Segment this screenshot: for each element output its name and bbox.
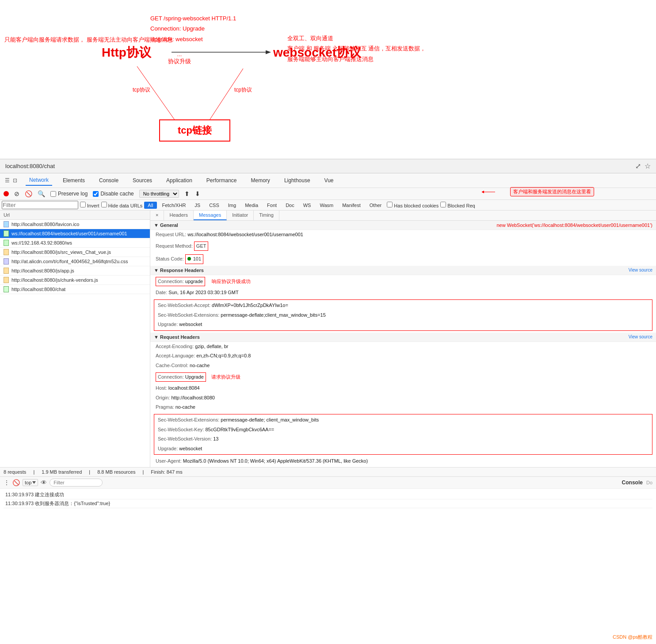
annotation-arrow bbox=[482, 188, 508, 196]
invert-label[interactable]: Invert bbox=[80, 202, 99, 208]
download-icon: ⬇ bbox=[195, 190, 200, 197]
console-clear-icon[interactable]: 🚫 bbox=[12, 479, 20, 486]
blocked-req-checkbox[interactable] bbox=[440, 202, 446, 207]
tab-timing[interactable]: Timing bbox=[254, 211, 279, 220]
list-item[interactable]: http://at.alicdn.com/t/c/font_4004562_b4… bbox=[0, 257, 150, 266]
filter-ws[interactable]: WS bbox=[300, 202, 315, 209]
clear-button[interactable]: 🚫 bbox=[25, 190, 32, 197]
resp-connection-boxed: Connection: upgrade bbox=[156, 277, 205, 287]
filter-fetch-xhr[interactable]: Fetch/XHR bbox=[159, 202, 190, 209]
tab-lighthouse[interactable]: Lighthouse bbox=[281, 176, 314, 185]
js-icon-2 bbox=[4, 268, 9, 274]
stop-button[interactable]: ⊘ bbox=[14, 190, 19, 197]
tab-messages[interactable]: Messages bbox=[194, 211, 227, 220]
tab-elements[interactable]: Elements bbox=[59, 176, 88, 185]
list-item[interactable]: http://localhost:8080/favicon.ico bbox=[0, 220, 150, 229]
has-blocked-checkbox[interactable] bbox=[387, 202, 393, 207]
tab-sources[interactable]: Sources bbox=[129, 176, 156, 185]
tab-vue[interactable]: Vue bbox=[321, 176, 337, 185]
disable-cache-label[interactable]: Disable cache bbox=[93, 191, 133, 197]
preserve-log-checkbox[interactable] bbox=[50, 191, 56, 197]
view-source-response[interactable]: View source bbox=[629, 268, 652, 272]
tab-application[interactable]: Application bbox=[163, 176, 196, 185]
filter-js[interactable]: JS bbox=[191, 202, 204, 209]
hide-data-urls-checkbox[interactable] bbox=[101, 202, 107, 207]
throttling-select[interactable]: No throttling bbox=[139, 190, 179, 198]
share-icon[interactable]: ⤢ bbox=[635, 162, 641, 170]
js-icon-3 bbox=[4, 277, 9, 283]
console-eye-icon[interactable]: 👁 bbox=[41, 479, 47, 486]
console-filter-input[interactable] bbox=[50, 479, 103, 487]
request-url-row: Request URL: ws://localhost:8084/websock… bbox=[154, 230, 652, 240]
bookmark-icon[interactable]: ☆ bbox=[645, 162, 651, 170]
general-section-header[interactable]: ▼ General new WebSocket('ws://localhost:… bbox=[150, 221, 656, 230]
req-connection-row: Connection: Upgrade 请求协议升级 bbox=[154, 371, 652, 384]
filter-img[interactable]: Img bbox=[225, 202, 240, 209]
console-tab[interactable]: Console bbox=[622, 479, 643, 486]
filter-css[interactable]: CSS bbox=[206, 202, 223, 209]
general-subtitle: new WebSocket('ws://localhost:8084/webso… bbox=[496, 222, 652, 228]
filter-row: Invert Hide data URLs All Fetch/XHR JS C… bbox=[0, 200, 656, 211]
requests-count: 8 requests bbox=[4, 469, 26, 475]
console-menu-icon[interactable]: ⋮ bbox=[4, 479, 10, 486]
has-blocked-label[interactable]: Has blocked cookies bbox=[387, 202, 439, 208]
tab-network[interactable]: Network bbox=[26, 175, 52, 186]
tab-headers[interactable]: Headers bbox=[164, 211, 194, 220]
top-selector[interactable]: top bbox=[23, 479, 38, 486]
tab-close[interactable]: × bbox=[150, 211, 164, 220]
browser-url[interactable]: localhost:8080/chat bbox=[5, 163, 635, 169]
browser-bar: localhost:8080/chat ⤢ ☆ bbox=[0, 159, 656, 173]
tab-console[interactable]: Console bbox=[95, 176, 122, 185]
diagram-note-left: 只能客户端向服务端请求数据， 服务端无法主动向客户端推送消息 bbox=[4, 35, 173, 45]
list-item[interactable]: http://localhost:8080/js/app.js bbox=[0, 266, 150, 276]
search-button[interactable]: 🔍 bbox=[38, 190, 45, 197]
diagram-note-right: 全双工、双向通道 客户端 和 服务端 之间能够相互 通信，互相发送数据， 服务端… bbox=[287, 33, 426, 64]
response-headers-section[interactable]: ▼ Response Headers View source bbox=[150, 266, 656, 275]
hide-data-urls-label[interactable]: Hide data URLs bbox=[101, 202, 143, 208]
main-content: Url http://localhost:8080/favicon.ico ws… bbox=[0, 211, 656, 467]
devtools-icon-1[interactable]: ☰ bbox=[4, 177, 11, 184]
blocked-req-label[interactable]: Blocked Req bbox=[440, 202, 475, 208]
list-item[interactable]: http://localhost:8080/js/src_views_Chat_… bbox=[0, 248, 150, 257]
filter-input[interactable] bbox=[2, 201, 78, 209]
right-panel: × Headers Messages Initiator Timing ▼ Ge… bbox=[150, 211, 656, 467]
devtools-icon-2[interactable]: ⊡ bbox=[11, 177, 19, 184]
filter-wasm[interactable]: Wasm bbox=[316, 202, 337, 209]
css-icon bbox=[4, 258, 9, 264]
file-list-header: Url bbox=[0, 211, 150, 220]
transferred-size: 1.9 MB transferred bbox=[42, 469, 82, 475]
req-connection-boxed: Connection: Upgrade bbox=[156, 372, 206, 382]
ws-icon bbox=[4, 240, 9, 246]
list-item[interactable]: ws://192.168.43.92:8080/ws bbox=[0, 238, 150, 248]
svg-line-1 bbox=[137, 66, 179, 126]
annotation-label: 客户端和服务端发送的消息在这里看 bbox=[510, 187, 594, 196]
filter-all[interactable]: All bbox=[144, 202, 156, 209]
tab-performance[interactable]: Performance bbox=[203, 176, 240, 185]
req-accept-encoding-row: Accept-Encoding: gzip, deflate, br bbox=[154, 342, 652, 352]
filter-doc[interactable]: Doc bbox=[282, 202, 298, 209]
record-button[interactable] bbox=[4, 191, 9, 196]
tab-memory[interactable]: Memory bbox=[248, 176, 274, 185]
response-headers-content: Connection: upgrade 响应协议升级成功 Date: Sun, … bbox=[150, 275, 656, 331]
filter-manifest[interactable]: Manifest bbox=[339, 202, 364, 209]
list-item[interactable]: http://localhost:8080/chat bbox=[0, 285, 150, 294]
tab-initiator[interactable]: Initiator bbox=[227, 211, 254, 220]
list-item[interactable]: http://localhost:8080/js/chunk-vendors.j… bbox=[0, 276, 150, 285]
filter-font[interactable]: Font bbox=[263, 202, 280, 209]
diagram-svg bbox=[0, 0, 656, 159]
top-dropdown-arrow bbox=[32, 481, 36, 484]
filter-media[interactable]: Media bbox=[241, 202, 262, 209]
devtools-tabs: ☰ ⊡ Network Elements Console Sources App… bbox=[0, 173, 656, 188]
list-item-ws-selected[interactable]: ws://localhost:8084/websocket/user001/us… bbox=[0, 229, 150, 238]
tcp-box: tcp链接 bbox=[159, 119, 230, 142]
preserve-log-label[interactable]: Preserve log bbox=[50, 191, 88, 197]
invert-checkbox[interactable] bbox=[80, 202, 86, 207]
console-line-1: 11:30:19.973 建立连接成功 bbox=[4, 491, 652, 499]
disable-cache-checkbox[interactable] bbox=[93, 191, 99, 197]
request-headers-section[interactable]: ▼ Request Headers View source bbox=[150, 333, 656, 342]
finish-time: Finish: 847 ms bbox=[151, 469, 183, 475]
filter-other[interactable]: Other bbox=[366, 202, 385, 209]
req-host-row: Host: localhost:8084 bbox=[154, 383, 652, 393]
view-source-request[interactable]: View source bbox=[629, 334, 652, 339]
console-bar: ⋮ 🚫 top 👁 Console Do bbox=[0, 476, 656, 488]
